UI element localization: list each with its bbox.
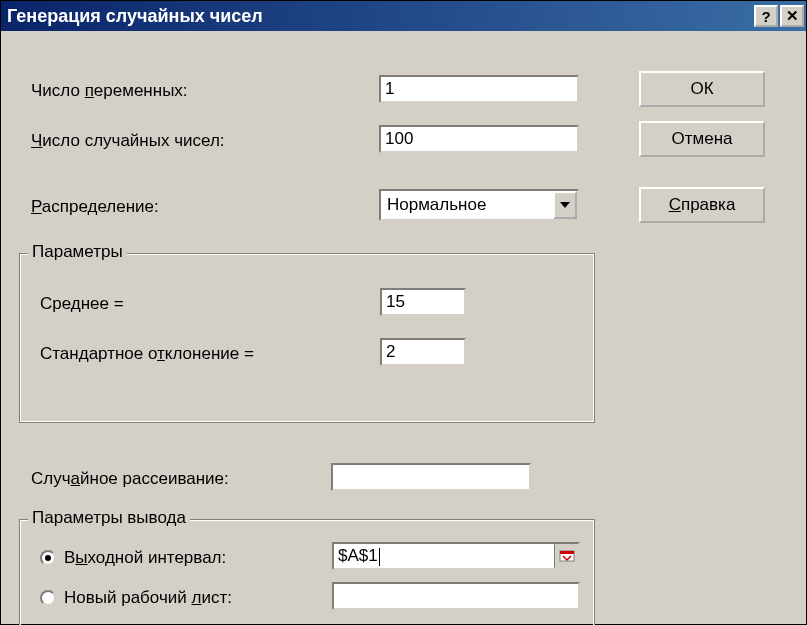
parameters-legend: Параметры [28,242,127,262]
output-range-radio[interactable] [40,550,56,566]
parameters-group: Параметры Среднее = Стандартное отклонен… [19,253,595,423]
new-sheet-radio[interactable] [40,590,56,606]
stddev-input[interactable] [380,338,466,366]
num-random-input[interactable] [379,125,579,153]
output-range-value: $A$1 [334,546,554,566]
help-button[interactable]: Справка [639,187,765,223]
ok-button[interactable]: ОК [639,71,765,107]
svg-rect-1 [560,551,574,554]
mean-label: Среднее = [40,294,124,314]
stddev-label: Стандартное отклонение = [40,344,254,364]
distribution-label: Распределение: [31,197,159,217]
titlebar: Генерация случайных чисел ? ✕ [1,1,806,31]
refedit-collapse-icon[interactable] [554,544,578,568]
output-legend: Параметры вывода [28,508,190,528]
distribution-select[interactable]: Нормальное [379,189,579,221]
help-icon[interactable]: ? [754,5,778,27]
num-variables-label: Число переменных: [31,81,188,101]
seed-label: Случайное рассеивание: [31,469,229,489]
output-range-input[interactable]: $A$1 [332,542,580,570]
window-title: Генерация случайных чисел [7,6,752,27]
num-random-label: Число случайных чисел: [31,131,225,151]
new-sheet-label: Новый рабочий лист: [64,588,232,608]
mean-input[interactable] [380,288,466,316]
distribution-value: Нормальное [381,195,553,215]
output-range-label: Выходной интервал: [64,548,226,568]
close-icon[interactable]: ✕ [780,5,804,27]
new-sheet-input[interactable] [332,582,580,610]
dialog-window: Генерация случайных чисел ? ✕ Число пере… [0,0,807,625]
chevron-down-icon[interactable] [553,191,577,219]
cancel-button[interactable]: Отмена [639,121,765,157]
seed-input[interactable] [331,463,531,491]
dialog-body: Число переменных: Число случайных чисел:… [1,31,806,624]
num-variables-input[interactable] [379,75,579,103]
output-group: Параметры вывода Выходной интервал: $A$1 [19,519,595,625]
